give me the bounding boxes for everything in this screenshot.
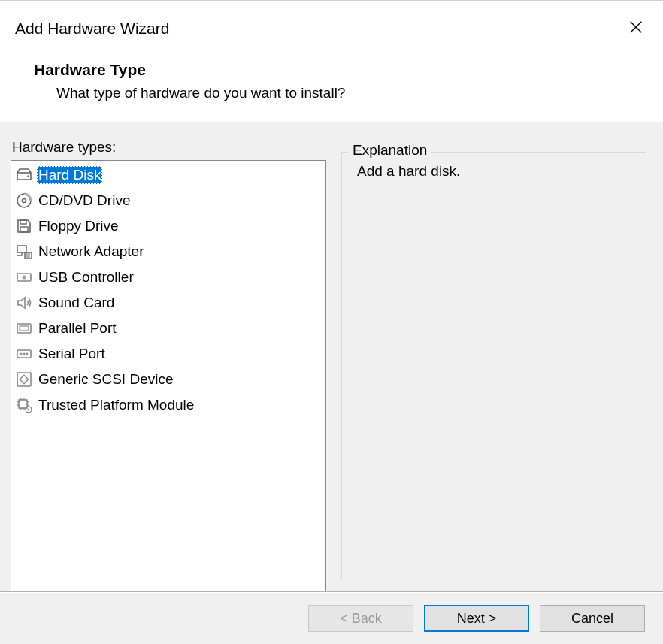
list-item-label: USB Controller	[37, 268, 135, 286]
floppy-icon	[14, 216, 34, 236]
svg-point-13	[23, 353, 26, 355]
parallel-port-icon	[14, 319, 34, 338]
close-button[interactable]	[625, 17, 646, 38]
svg-rect-17	[19, 400, 27, 408]
explanation-text: Add a hard disk.	[354, 163, 634, 180]
list-item-network-adapter[interactable]: Network Adapter	[13, 239, 324, 265]
svg-point-14	[26, 353, 29, 355]
hardware-types-panel: Hardware types: Hard Disk CD/DVD Drive	[11, 139, 326, 591]
header-divider	[0, 121, 663, 122]
sound-card-icon	[14, 293, 34, 313]
hardware-types-listbox[interactable]: Hard Disk CD/DVD Drive Floppy Drive	[11, 160, 326, 591]
next-button[interactable]: Next >	[424, 605, 529, 632]
list-item-hard-disk[interactable]: Hard Disk	[13, 162, 324, 188]
cd-dvd-icon	[14, 191, 34, 210]
svg-rect-16	[20, 375, 28, 383]
list-item-parallel-port[interactable]: Parallel Port	[13, 316, 324, 341]
svg-rect-4	[20, 227, 28, 232]
list-item-label: CD/DVD Drive	[37, 192, 132, 210]
svg-rect-5	[17, 246, 26, 252]
explanation-panel: Explanation Add a hard disk.	[341, 139, 646, 591]
tpm-icon	[14, 395, 34, 415]
list-item-label: Serial Port	[37, 345, 107, 363]
list-item-cd-dvd-drive[interactable]: CD/DVD Drive	[13, 188, 324, 213]
hardware-types-label: Hardware types:	[12, 139, 326, 156]
list-item-label: Trusted Platform Module	[37, 396, 195, 414]
svg-point-12	[20, 353, 23, 355]
list-item-trusted-platform-module[interactable]: Trusted Platform Module	[13, 392, 324, 418]
serial-port-icon	[14, 344, 34, 364]
close-icon	[628, 19, 644, 38]
dialog-header: Add Hardware Wizard Hardware Type What t…	[0, 1, 663, 121]
list-item-sound-card[interactable]: Sound Card	[13, 290, 324, 316]
dialog-body: Hardware types: Hard Disk CD/DVD Drive	[0, 122, 663, 591]
hard-disk-icon	[14, 165, 34, 185]
svg-point-19	[28, 409, 30, 411]
explanation-fieldset: Explanation Add a hard disk.	[341, 152, 646, 579]
scsi-icon	[14, 370, 34, 389]
list-item-label: Network Adapter	[37, 243, 145, 261]
add-hardware-wizard-dialog: Add Hardware Wizard Hardware Type What t…	[0, 0, 663, 644]
footer-divider	[0, 591, 663, 592]
svg-point-8	[23, 277, 25, 278]
dialog-title: Add Hardware Wizard	[15, 20, 169, 38]
cancel-button[interactable]: Cancel	[540, 605, 645, 632]
svg-point-0	[27, 175, 29, 177]
list-item-floppy-drive[interactable]: Floppy Drive	[13, 213, 324, 239]
list-item-label: Parallel Port	[37, 319, 118, 337]
svg-rect-10	[20, 326, 29, 331]
list-item-label: Sound Card	[37, 294, 116, 312]
svg-point-2	[23, 199, 26, 203]
dialog-footer: < Back Next > Cancel	[0, 593, 663, 644]
usb-icon	[14, 268, 34, 287]
list-item-label: Hard Disk	[37, 166, 102, 184]
list-item-generic-scsi-device[interactable]: Generic SCSI Device	[13, 367, 324, 392]
page-heading: Hardware Type	[34, 61, 146, 79]
list-item-usb-controller[interactable]: USB Controller	[13, 265, 324, 290]
explanation-legend: Explanation	[348, 142, 431, 159]
list-item-label: Floppy Drive	[37, 217, 120, 235]
list-item-label: Generic SCSI Device	[37, 370, 175, 389]
back-button: < Back	[308, 605, 413, 632]
network-adapter-icon	[14, 242, 34, 262]
page-subheading: What type of hardware do you want to ins…	[56, 85, 345, 101]
list-item-serial-port[interactable]: Serial Port	[13, 341, 324, 367]
